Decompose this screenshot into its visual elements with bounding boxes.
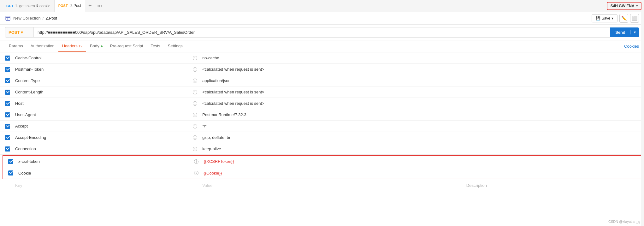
row-key: Accept [13, 122, 190, 130]
info-icon[interactable]: ℹ [190, 113, 200, 117]
row-key: User-Agent [13, 111, 190, 118]
info-icon[interactable]: ℹ [190, 90, 200, 94]
row-desc [464, 136, 641, 139]
row-desc [464, 114, 641, 116]
row-checkbox-col [3, 135, 13, 140]
row-checkbox[interactable] [8, 170, 13, 175]
row-desc [464, 125, 641, 128]
table-row: Cache-Controlℹno-cache [0, 52, 644, 64]
scrollbar[interactable] [641, 12, 644, 191]
info-icon[interactable]: ℹ [190, 147, 200, 151]
tab-post[interactable]: POST 2.Post [55, 0, 85, 12]
more-tabs-button[interactable]: ••• [95, 0, 105, 12]
tab-settings[interactable]: Settings [164, 40, 186, 52]
table-row: Postman-Tokenℹ<calculated when request i… [0, 64, 644, 75]
method-chevron-icon: ▾ [21, 30, 23, 35]
row-checkbox[interactable] [5, 112, 10, 117]
row-checkbox[interactable] [5, 56, 10, 61]
send-label: Send [610, 30, 630, 35]
url-input[interactable] [33, 27, 610, 38]
row-checkbox-col [6, 159, 16, 164]
row-desc [463, 172, 638, 174]
row-checkbox-col [3, 112, 13, 117]
row-checkbox[interactable] [5, 101, 10, 106]
body-dot [101, 45, 103, 47]
row-key: Content-Length [13, 88, 190, 96]
env-label: S4H GW ENV [611, 4, 634, 8]
tab-tests-label: Tests [151, 44, 160, 48]
add-tab-button[interactable]: + [85, 0, 95, 12]
info-icon[interactable]: ℹ [190, 67, 200, 72]
row-value: {{XCSRFToken}} [201, 158, 462, 165]
table-row: Hostℹ<calculated when request is sent> [0, 98, 644, 109]
tab-tests[interactable]: Tests [147, 40, 164, 52]
breadcrumb-separator: / [43, 16, 44, 21]
breadcrumb-collection[interactable]: New Collection [13, 16, 41, 21]
row-checkbox[interactable] [8, 159, 13, 164]
row-key: x-csrf-token [16, 158, 192, 165]
edit-button[interactable]: ✏️ [619, 14, 628, 23]
highlighted-header-rows: x-csrf-tokenℹ{{XCSRFToken}}Cookieℹ{{Cook… [3, 156, 641, 179]
tab-headers-label: Headers [62, 44, 78, 48]
row-value: no-cache [200, 54, 464, 62]
tab-authorization[interactable]: Authorization [27, 40, 58, 52]
env-selector[interactable]: S4H GW ENV ▾ [607, 2, 641, 10]
tab-bar-right: S4H GW ENV ▾ [607, 2, 641, 10]
info-icon[interactable]: ℹ [190, 79, 200, 83]
view-button[interactable]: ⬜ [630, 14, 639, 23]
row-desc [464, 80, 641, 82]
row-value: <calculated when request is sent> [200, 66, 464, 73]
collection-icon [5, 15, 11, 21]
sub-tabs: Params Authorization Headers12 Body Pre-… [0, 40, 644, 52]
tab-params[interactable]: Params [5, 40, 27, 52]
row-desc [464, 57, 641, 59]
row-key: Content-Type [13, 77, 190, 84]
info-icon[interactable]: ℹ [192, 171, 201, 175]
row-value: <calculated when request is sent> [200, 88, 464, 96]
tab-authorization-label: Authorization [31, 44, 55, 48]
row-key: Postman-Token [13, 66, 190, 73]
row-checkbox[interactable] [5, 67, 10, 72]
footer-desc-col[interactable]: Description [464, 182, 641, 189]
row-key: Accept-Encoding [13, 134, 190, 141]
row-value: <calculated when request is sent> [200, 100, 464, 107]
method-select[interactable]: POST ▾ [5, 27, 33, 38]
row-value: {{Cookie}} [201, 169, 462, 177]
row-checkbox-col [3, 67, 13, 72]
row-checkbox[interactable] [5, 124, 10, 129]
row-checkbox-col [6, 170, 16, 175]
info-icon[interactable]: ℹ [190, 135, 200, 140]
breadcrumb-actions: 💾 Save ▾ ✏️ ⬜ [592, 14, 639, 23]
send-dropdown-icon[interactable]: ▾ [630, 30, 639, 34]
footer-key-col[interactable]: Key [13, 182, 190, 189]
row-checkbox-col [3, 124, 13, 129]
row-checkbox[interactable] [5, 135, 10, 140]
info-icon[interactable]: ℹ [190, 56, 200, 60]
tab-body-label: Body [90, 44, 99, 48]
send-button[interactable]: Send ▾ [610, 27, 639, 37]
method-value: POST [9, 30, 20, 35]
info-icon[interactable]: ℹ [190, 124, 200, 128]
row-checkbox-col [3, 56, 13, 61]
row-checkbox-col [3, 78, 13, 83]
row-checkbox[interactable] [5, 90, 10, 95]
footer-value-col[interactable]: Value [200, 182, 464, 189]
row-checkbox-col [3, 146, 13, 152]
save-button[interactable]: 💾 Save ▾ [592, 14, 617, 22]
tab-get[interactable]: GET 1. get token & cookie [3, 0, 55, 12]
info-icon[interactable]: ℹ [192, 159, 201, 164]
tab-settings-label: Settings [168, 44, 183, 48]
info-icon[interactable]: ℹ [190, 101, 200, 106]
cookies-link[interactable]: Cookies [624, 44, 639, 49]
breadcrumb-bar: New Collection / 2.Post 💾 Save ▾ ✏️ ⬜ [0, 12, 644, 25]
row-key: Host [13, 100, 190, 107]
table-row: Accept-Encodingℹgzip, deflate, br [0, 132, 644, 143]
row-checkbox[interactable] [5, 78, 10, 83]
tab-headers[interactable]: Headers12 [58, 40, 86, 52]
tab-body[interactable]: Body [86, 40, 106, 52]
highlighted-headers-group: x-csrf-tokenℹ{{XCSRFToken}}Cookieℹ{{Cook… [3, 155, 641, 179]
tab-pre-request[interactable]: Pre-request Script [106, 40, 147, 52]
row-checkbox[interactable] [5, 146, 10, 152]
row-value: keep-alive [200, 145, 464, 152]
tab-bar: GET 1. get token & cookie POST 2.Post + … [0, 0, 644, 12]
